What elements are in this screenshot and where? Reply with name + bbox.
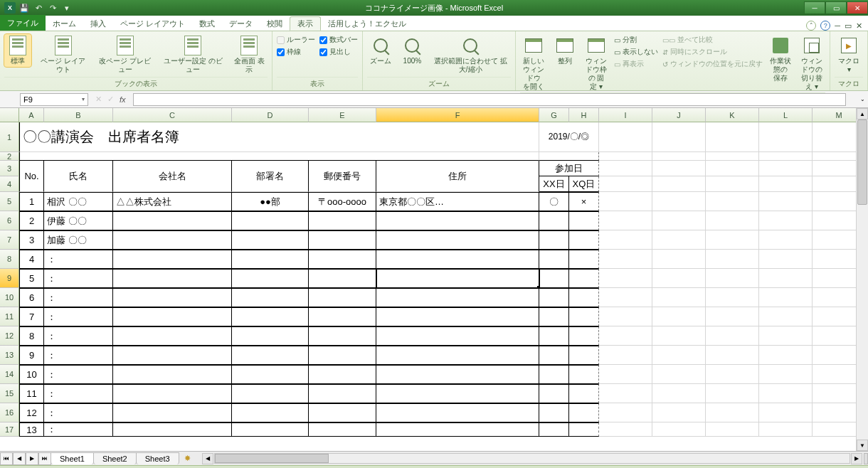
zoom-button[interactable]: ズーム <box>367 34 394 67</box>
workbook-min-button[interactable]: ─ <box>835 21 840 30</box>
row-header[interactable]: 9 <box>0 269 19 288</box>
sheet-nav-prev[interactable]: ◀ <box>13 452 26 465</box>
sheet-nav-next[interactable]: ▶ <box>26 452 38 465</box>
cell-F14[interactable] <box>376 365 539 384</box>
grid[interactable]: 1〇〇講演会 出席者名簿2019/〇/◎23No.氏名会社名部署名郵便番号住所参… <box>0 122 856 437</box>
zoom-100-button[interactable]: 100% <box>398 34 425 67</box>
sheet-tab-2[interactable]: Sheet2 <box>93 452 137 464</box>
row-header[interactable]: 1 <box>0 122 19 152</box>
new-sheet-icon[interactable]: ✸ <box>179 454 196 463</box>
cell-F6[interactable] <box>376 211 539 230</box>
sheet-tab-1[interactable]: Sheet1 <box>51 452 94 464</box>
tab-data[interactable]: データ <box>222 16 260 31</box>
qat-dropdown-icon[interactable]: ▾ <box>61 2 73 14</box>
tab-formulas[interactable]: 数式 <box>192 16 222 31</box>
arrange-button[interactable]: 整列 <box>551 34 578 67</box>
scroll-up-icon[interactable]: ▲ <box>857 108 868 119</box>
cell-F9[interactable] <box>376 269 539 288</box>
view-custom-button[interactable]: ユーザー設定 のビュー <box>160 34 227 75</box>
scroll-right-icon[interactable]: ▶ <box>851 453 862 464</box>
hide-button[interactable]: ▭ 表示しない <box>614 46 658 58</box>
row-header[interactable]: 6 <box>0 211 19 230</box>
cell-F16[interactable] <box>376 403 539 422</box>
macro-button[interactable]: ▶マクロ ▾ <box>835 34 863 75</box>
view-page-layout-button[interactable]: ページ レイアウト <box>36 34 90 75</box>
cell-F11[interactable] <box>376 307 539 326</box>
row-header[interactable]: 5 <box>0 192 19 211</box>
row-header[interactable]: 8 <box>0 250 19 269</box>
row-header[interactable]: 11 <box>0 307 19 326</box>
row-header[interactable]: 14 <box>0 365 19 384</box>
tab-page-layout[interactable]: ページ レイアウト <box>113 16 192 31</box>
minimize-ribbon-icon[interactable]: ˄ <box>806 21 816 31</box>
reset-pos-button[interactable]: ↺ ウィンドウの位置を元に戻す <box>662 58 763 70</box>
cell-F15[interactable] <box>376 384 539 403</box>
scrollbar-horizontal[interactable]: ◀ ▶ <box>202 453 868 464</box>
sync-scroll-button[interactable]: ⇵ 同時にスクロール <box>662 46 763 58</box>
maximize-button[interactable]: ▭ <box>825 1 847 14</box>
fx-icon[interactable]: fx <box>120 95 126 104</box>
cell-F17[interactable] <box>376 422 539 437</box>
qat-save-icon[interactable]: 💾 <box>18 2 30 14</box>
tab-view[interactable]: 表示 <box>290 16 321 31</box>
row-header[interactable]: 7 <box>0 230 19 250</box>
name-box[interactable]: F9▾ <box>20 93 88 106</box>
zoom-fit-button[interactable]: 選択範囲に合わせて 拡大/縮小 <box>430 34 511 75</box>
row-header[interactable]: 10 <box>0 288 19 307</box>
tab-review[interactable]: 校閲 <box>260 16 290 31</box>
sheet-nav-last[interactable]: ⏭ <box>38 452 51 465</box>
freeze-button[interactable]: ウィンドウ枠の 固定 ▾ <box>583 34 610 92</box>
qat-redo-icon[interactable]: ↷ <box>47 2 58 14</box>
sheet-tab-3[interactable]: Sheet3 <box>136 452 179 464</box>
row-header[interactable]: 17 <box>0 422 19 437</box>
row-header[interactable]: 2 <box>0 152 19 161</box>
formula-expand-icon[interactable]: ⌄ <box>860 96 868 102</box>
side-by-side-button[interactable]: ▭▭ 並べて比較 <box>662 34 763 46</box>
formula-input[interactable] <box>133 93 846 106</box>
unhide-button[interactable]: ▭ 再表示 <box>614 58 658 70</box>
scroll-left-icon[interactable]: ◀ <box>202 453 213 464</box>
row-header[interactable]: 12 <box>0 326 19 346</box>
chk-formula-bar[interactable]: 数式バー <box>319 34 358 46</box>
sheet-nav-first[interactable]: ⏮ <box>0 452 13 465</box>
scroll-down-icon[interactable]: ▼ <box>857 440 868 451</box>
view-page-break-button[interactable]: 改ページ プレビュー <box>95 34 155 75</box>
close-button[interactable]: ✕ <box>847 1 868 14</box>
enter-icon: ✓ <box>107 95 114 104</box>
scroll-thumb-v[interactable] <box>857 119 867 205</box>
switch-window-button[interactable]: ウィンドウの 切り替え ▾ <box>798 34 825 92</box>
cell-F10[interactable] <box>376 288 539 307</box>
tab-addon[interactable]: 活用しよう！エクセル <box>321 16 413 31</box>
save-workspace-button[interactable]: 作業状態の 保存 <box>767 34 794 84</box>
excel-icon[interactable]: X <box>4 2 16 14</box>
column-headers[interactable]: ABCDEFGHIJKLM <box>0 108 856 122</box>
tab-home[interactable]: ホーム <box>46 16 83 31</box>
workbook-restore-button[interactable]: ▭ <box>845 21 852 31</box>
split-handle[interactable] <box>864 453 868 464</box>
help-icon[interactable]: ? <box>820 21 830 31</box>
row-header[interactable]: 3 <box>0 161 19 176</box>
chk-gridlines[interactable]: 枠線 <box>277 46 315 58</box>
cell-F13[interactable] <box>376 346 539 365</box>
row-header[interactable]: 15 <box>0 384 19 403</box>
cell-F5[interactable]: 東京都〇〇区… <box>376 192 539 211</box>
row-header[interactable]: 4 <box>0 176 19 192</box>
cell-F8[interactable] <box>376 250 539 269</box>
chk-ruler[interactable]: ルーラー <box>277 34 315 46</box>
qat-undo-icon[interactable]: ↶ <box>33 2 44 14</box>
row-header[interactable]: 16 <box>0 403 19 422</box>
scrollbar-vertical[interactable]: ▲ ▼ <box>856 108 868 451</box>
cell-F7[interactable] <box>376 230 539 250</box>
workbook-close-button[interactable]: ✕ <box>856 21 862 31</box>
row-header[interactable]: 13 <box>0 346 19 365</box>
scroll-thumb-h[interactable] <box>215 454 329 463</box>
view-normal-button[interactable]: 標準 <box>4 34 31 67</box>
minimize-button[interactable]: ─ <box>804 1 825 14</box>
new-window-button[interactable]: 新しいウィンドウ を開く <box>520 34 547 92</box>
chk-headings[interactable]: 見出し <box>319 46 358 58</box>
file-tab[interactable]: ファイル <box>0 15 46 31</box>
cell-F12[interactable] <box>376 326 539 346</box>
view-fullscreen-button[interactable]: 全画面 表示 <box>231 34 268 75</box>
tab-insert[interactable]: 挿入 <box>83 16 113 31</box>
split-button[interactable]: ▭ 分割 <box>614 34 658 46</box>
